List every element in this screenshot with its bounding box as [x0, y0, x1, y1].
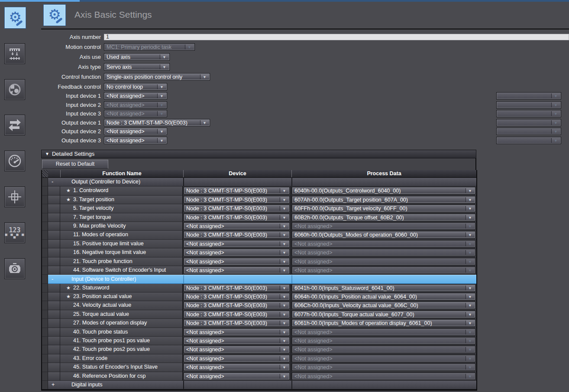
- device-dropdown[interactable]: <Not assigned>▼: [184, 240, 290, 247]
- function-name-cell[interactable]: 7. Target torque: [60, 213, 183, 222]
- row-selector-cell[interactable]: [42, 337, 48, 345]
- sidebar-item-position-count-settings[interactable]: 123■ ■ ■ ■ ■: [4, 222, 25, 243]
- chevron-down-icon[interactable]: ▼: [280, 197, 288, 202]
- device-dropdown[interactable]: Node : 3 CMMT-ST-MP-S0(E003)▼: [184, 187, 290, 194]
- control-function-dropdown[interactable]: Single-axis position control only▼: [104, 73, 210, 80]
- chevron-down-icon[interactable]: ▼: [200, 74, 209, 79]
- chevron-down-icon[interactable]: ▼: [466, 188, 474, 193]
- function-name-cell[interactable]: 42. Touch probe pos2 pos value: [60, 345, 183, 354]
- sidebar-item-servo-drive-settings[interactable]: [4, 258, 25, 279]
- chevron-down-icon[interactable]: ▼: [466, 321, 474, 325]
- chevron-down-icon[interactable]: ▼: [280, 259, 288, 264]
- process-data-dropdown[interactable]: 606Ch-00.0(Inputs_Velocity actual value_…: [292, 302, 475, 309]
- chevron-down-icon[interactable]: ▼: [200, 120, 209, 125]
- chevron-down-icon[interactable]: ▼: [280, 312, 288, 317]
- group-header-row[interactable]: +Digital inputs: [48, 381, 476, 389]
- detailed-settings-header[interactable]: ▼Detailed Settings: [41, 150, 476, 158]
- chevron-down-icon[interactable]: ▼: [466, 312, 474, 317]
- device-dropdown[interactable]: <Not assigned>▼: [184, 373, 290, 380]
- chevron-down-icon[interactable]: ▼: [466, 197, 474, 202]
- chevron-down-icon[interactable]: ▼: [280, 338, 288, 343]
- sidebar-item-operation-settings[interactable]: [4, 79, 25, 100]
- function-name-cell[interactable]: 44. Software Switch of Encoder's Input: [60, 266, 183, 275]
- axis-type-dropdown[interactable]: Servo axis▼: [104, 63, 170, 71]
- group-header-selected[interactable]: -Input (Device to Controller): [48, 275, 476, 283]
- process-data-dropdown[interactable]: 6041h-00.0(Inputs_Statusword_6041_00)▼: [292, 284, 475, 292]
- group-header-row[interactable]: -Output (Controller to Device): [48, 178, 476, 186]
- function-name-cell[interactable]: 46. Reference Position for csp: [60, 372, 183, 381]
- function-name-cell[interactable]: ★23. Position actual value: [60, 292, 183, 301]
- row-selector-cell[interactable]: [42, 257, 48, 266]
- axis-number-input[interactable]: 1: [104, 34, 569, 40]
- chevron-down-icon[interactable]: ▼: [157, 84, 166, 89]
- device-dropdown[interactable]: <Not assigned>▼: [184, 267, 290, 274]
- chevron-down-icon[interactable]: ▼: [280, 206, 288, 211]
- chevron-down-icon[interactable]: ▼: [280, 232, 288, 237]
- chevron-down-icon[interactable]: ▼: [280, 286, 288, 290]
- function-name-cell[interactable]: 21. Touch probe function: [60, 257, 183, 266]
- expand-collapse-icon[interactable]: -: [52, 275, 53, 283]
- row-selector-cell[interactable]: [42, 381, 48, 389]
- chevron-down-icon[interactable]: ▼: [280, 374, 288, 379]
- row-selector-cell[interactable]: [42, 266, 48, 275]
- row-selector-cell[interactable]: [42, 240, 48, 248]
- function-name-cell[interactable]: 40. Touch probe status: [60, 328, 183, 337]
- chevron-down-icon[interactable]: ▼: [280, 241, 288, 246]
- sidebar-item-limit-settings[interactable]: [4, 151, 25, 171]
- chevron-down-icon[interactable]: ▼: [160, 64, 168, 69]
- device-dropdown[interactable]: Node : 3 CMMT-ST-MP-S0(E003)▼: [184, 311, 290, 318]
- device-dropdown[interactable]: Node : 3 CMMT-ST-MP-S0(E003)▼: [184, 284, 290, 292]
- expand-collapse-icon[interactable]: +: [52, 381, 55, 389]
- row-selector-cell[interactable]: [42, 231, 48, 239]
- sidebar-item-homing-settings[interactable]: [4, 186, 25, 207]
- output-device-3-dropdown[interactable]: <Not assigned>▼: [104, 137, 167, 144]
- function-name-cell[interactable]: 9. Max profile Velocity: [60, 222, 183, 231]
- chevron-down-icon[interactable]: ▼: [280, 330, 288, 334]
- chevron-down-icon[interactable]: ▼: [280, 268, 288, 273]
- device-dropdown[interactable]: Node : 3 CMMT-ST-MP-S0(E003)▼: [184, 196, 290, 203]
- function-name-cell[interactable]: 15. Positive torque limit value: [60, 240, 183, 248]
- sidebar-item-other-operation-settings[interactable]: [4, 115, 25, 135]
- device-dropdown[interactable]: <Not assigned>▼: [184, 337, 290, 344]
- device-dropdown[interactable]: <Not assigned>▼: [184, 346, 290, 353]
- row-selector-cell[interactable]: [42, 284, 48, 292]
- chevron-down-icon[interactable]: ▼: [466, 303, 474, 308]
- chevron-down-icon[interactable]: ▼: [280, 294, 288, 299]
- process-data-dropdown[interactable]: 607Ah-00.0(Outputs_Target position_607A_…: [292, 196, 475, 203]
- reset-to-default-button[interactable]: Reset to Default: [42, 160, 108, 169]
- function-name-cell[interactable]: 25. Torque actual value: [60, 310, 183, 319]
- row-selector-cell[interactable]: [42, 178, 48, 186]
- chevron-down-icon[interactable]: ▼: [466, 206, 474, 211]
- function-name-cell[interactable]: ★22. Statusword: [60, 284, 183, 292]
- row-selector-cell[interactable]: [42, 196, 48, 204]
- row-selector-cell[interactable]: [42, 319, 48, 328]
- chevron-down-icon[interactable]: ▼: [280, 321, 288, 325]
- row-selector-cell[interactable]: [42, 186, 48, 195]
- chevron-down-icon[interactable]: ▼: [466, 294, 474, 299]
- chevron-down-icon[interactable]: ▼: [280, 356, 288, 361]
- row-selector-cell[interactable]: [42, 301, 48, 310]
- process-data-dropdown[interactable]: 6061h-00.0(Inputs_Modes of operation dis…: [292, 319, 475, 327]
- output-device-1-dropdown[interactable]: Node : 3 CMMT-ST-MP-S0(E003)▼: [104, 119, 210, 126]
- process-data-dropdown[interactable]: 60B2h-00.0(Outputs_Torque offset_60B2_00…: [292, 214, 475, 221]
- process-data-dropdown[interactable]: 6060h-00.0(Outputs_Modes of operation_60…: [292, 231, 475, 238]
- chevron-down-icon[interactable]: ▼: [280, 250, 288, 255]
- chevron-down-icon[interactable]: ▼: [280, 215, 288, 220]
- chevron-down-icon[interactable]: ▼: [280, 347, 288, 352]
- chevron-down-icon[interactable]: ▼: [466, 215, 474, 220]
- device-dropdown[interactable]: Node : 3 CMMT-ST-MP-S0(E003)▼: [184, 205, 290, 212]
- row-selector-cell[interactable]: [42, 345, 48, 354]
- device-dropdown[interactable]: Node : 3 CMMT-ST-MP-S0(E003)▼: [184, 302, 290, 309]
- function-name-cell[interactable]: 41. Touch probe pos1 pos value: [60, 337, 183, 345]
- function-name-cell[interactable]: 16. Negative torque limit value: [60, 248, 183, 257]
- chevron-down-icon[interactable]: ▼: [280, 303, 288, 308]
- row-selector-cell[interactable]: [42, 363, 48, 372]
- process-data-dropdown[interactable]: 60FFh-00.0(Outputs_Target velocity_60FF_…: [292, 205, 475, 212]
- device-dropdown[interactable]: <Not assigned>▼: [184, 222, 290, 230]
- row-selector-cell[interactable]: [42, 372, 48, 381]
- input-device-1-dropdown[interactable]: <Not assigned>▼: [104, 92, 167, 100]
- function-name-cell[interactable]: 27. Modes of operation display: [60, 319, 183, 328]
- function-name-cell[interactable]: ★1. Controlword: [60, 186, 183, 195]
- chevron-down-icon[interactable]: ▼: [466, 232, 474, 237]
- function-name-cell[interactable]: 43. Error code: [60, 354, 183, 363]
